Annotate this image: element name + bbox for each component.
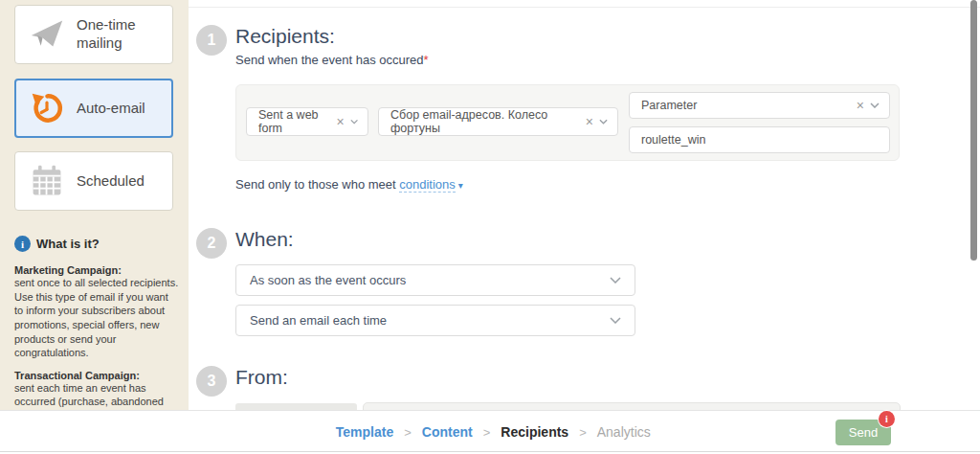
breadcrumb-template[interactable]: Template [336,424,393,440]
timing-select[interactable]: As soon as the event occurs [235,264,635,296]
info-section-heading: Marketing Campaign: [14,264,179,276]
chevron-down-icon [610,277,621,284]
breadcrumb-recipients: Recipients [501,424,568,440]
paper-plane-icon [30,17,64,52]
chevron-down-icon [870,102,880,108]
info-section-transactional: Transactional Campaign: sent each time a… [14,370,179,410]
sidebar-item-scheduled[interactable]: Scheduled [14,151,173,211]
sidebar-item-one-time-mailing[interactable]: One-time mailing [14,5,173,64]
clear-icon[interactable]: × [331,114,350,129]
top-divider [189,7,980,8]
history-clock-icon [30,91,64,125]
from-input-partial[interactable] [363,402,901,410]
required-asterisk: * [424,53,429,67]
caret-down-icon: ▾ [458,180,463,191]
event-name-select[interactable]: Сбор email-адресов. Колесо фортуны × [378,107,618,136]
bottom-edge-line [0,451,980,452]
from-label-partial [235,403,357,410]
info-section-heading: Transactional Campaign: [14,370,179,381]
breadcrumb-separator: > [579,425,587,440]
clear-icon[interactable]: × [851,98,870,113]
chevron-down-icon [350,119,358,125]
sidebar-item-label: One-time mailing [77,16,172,53]
chevron-down-icon [599,119,608,125]
what-is-it-panel: i What is it? Marketing Campaign: sent o… [14,236,179,410]
chevron-down-icon [610,317,621,324]
parameter-value-input[interactable] [629,126,890,153]
breadcrumb-content[interactable]: Content [422,424,473,440]
info-icon: i [14,236,31,252]
breadcrumb-analytics: Analytics [597,424,651,440]
sidebar-item-label: Auto-email [77,100,145,118]
clear-icon[interactable]: × [580,114,599,129]
breadcrumb: Template > Content > Recipients > Analyt… [336,424,651,440]
parameter-select[interactable]: Parameter × [629,92,890,119]
campaign-type-sidebar: One-time mailing Auto-email Scheduled [0,0,189,410]
sidebar-item-auto-email[interactable]: Auto-email [14,79,173,138]
info-section-body: sent each time an event has occurred (pu… [14,381,179,410]
sidebar-item-label: Scheduled [77,172,145,191]
info-title: What is it? [36,237,100,251]
conditions-link[interactable]: conditions [399,177,456,193]
breadcrumb-separator: > [483,425,491,440]
conditions-line: Send only to those who meet conditions▾ [235,177,463,192]
wizard-footer: Template > Content > Recipients > Analyt… [0,410,980,454]
step-1-circle: 1 [196,25,227,56]
step-3-title: From: [235,366,288,389]
info-section-body: sent once to all selected recipients. Us… [14,276,179,360]
step-1-title: Recipients: [235,25,335,48]
vertical-scrollbar[interactable] [970,0,977,261]
auto-email-form: 1 Recipients: Send when the event has oc… [189,0,980,410]
send-info-badge: i [879,411,895,427]
info-section-marketing: Marketing Campaign: sent once to all sel… [14,264,179,360]
breadcrumb-separator: > [404,425,412,440]
step-3-circle: 3 [196,366,227,397]
step-2-title: When: [235,228,294,251]
event-source-select[interactable]: Sent a web form × [246,107,368,136]
step-2-circle: 2 [196,228,227,259]
event-field-label: Send when the event has occured* [235,53,429,67]
calendar-icon [30,164,64,198]
event-config-panel: Sent a web form × Сбор email-адресов. Ко… [235,84,900,161]
frequency-select[interactable]: Send an email each time [235,305,635,336]
